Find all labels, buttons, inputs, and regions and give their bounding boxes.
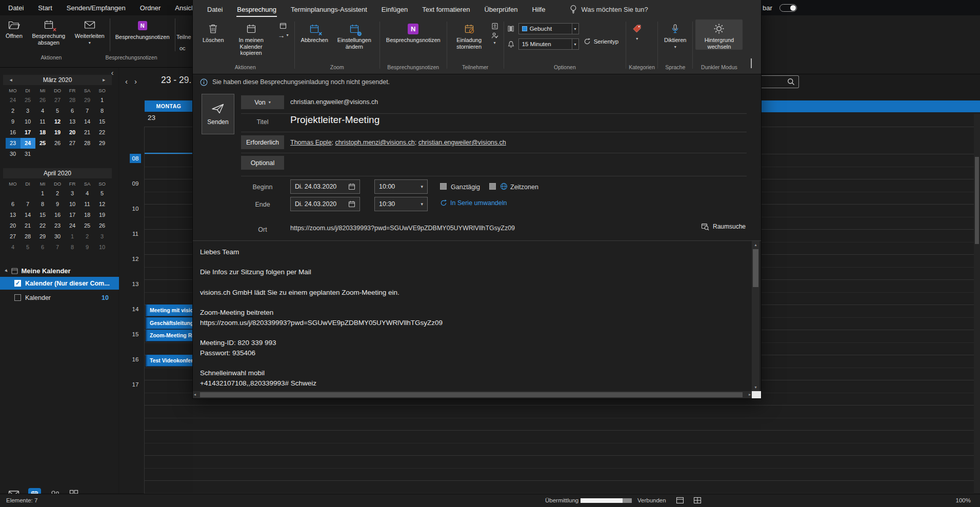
scroll-up-icon[interactable]: ▴ <box>752 242 759 247</box>
mini-cal-day[interactable]: 29 <box>80 95 95 106</box>
time-gutter-hour[interactable]: 13 <box>119 279 145 305</box>
mini-cal-day[interactable]: 4 <box>6 242 21 253</box>
mini-cal-day[interactable]: 22 <box>35 220 50 231</box>
scroll-left-icon[interactable]: ◂ <box>194 392 196 397</box>
mini-cal-day[interactable]: 20 <box>6 220 21 231</box>
mini-cal-day[interactable]: 27 <box>50 95 65 106</box>
mini-cal-day[interactable]: 23 <box>6 138 21 149</box>
start-time-field[interactable]: 10:00 ▾ <box>374 179 428 194</box>
reading-view-icon[interactable] <box>676 496 684 505</box>
time-gutter-hour[interactable]: 10 <box>119 204 145 229</box>
response-options-icon[interactable] <box>491 32 498 39</box>
mini-cal-day[interactable]: 24 <box>65 220 80 231</box>
ganztaegig-checkbox[interactable] <box>440 183 447 190</box>
mini-cal-day[interactable]: 14 <box>80 116 95 127</box>
mini-cal-day[interactable]: 22 <box>95 127 110 138</box>
calendar-list-item[interactable]: Kalender (Nur dieser Com... <box>0 277 119 290</box>
recipient-link[interactable]: christoph.menzi@visions.ch <box>335 139 415 146</box>
time-gutter-hour[interactable]: 14 <box>119 305 145 330</box>
mini-cal-day[interactable]: 16 <box>50 210 65 220</box>
show-as-dropdown[interactable]: Gebucht ▾ <box>518 23 579 34</box>
time-gutter-hour[interactable]: 09 <box>119 179 145 204</box>
mini-cal-day[interactable]: 31 <box>21 149 35 159</box>
mini-cal-day[interactable]: 6 <box>6 199 21 210</box>
mini-cal-day[interactable]: 27 <box>6 231 21 242</box>
mini-cal-day[interactable]: 25 <box>21 95 35 106</box>
background-scrollbar[interactable] <box>974 114 980 494</box>
loeschen-button[interactable]: Löschen <box>199 19 228 44</box>
mini-cal-day[interactable]: 8 <box>35 199 50 210</box>
required-attendees-field[interactable]: Thomas Epple; christoph.menzi@visions.ch… <box>290 139 506 146</box>
besprechung-absagen-button[interactable]: × Besprechung absagen <box>26 15 71 54</box>
mini-cal-day[interactable]: 20 <box>65 127 80 138</box>
mini-cal-day[interactable]: 25 <box>80 220 95 231</box>
reminder-dropdown[interactable]: 15 Minuten ▾ <box>518 38 579 50</box>
from-address[interactable]: christian.engweiler@visions.ch <box>290 98 378 106</box>
mini-cal-day[interactable]: 2 <box>80 231 95 242</box>
main-tab-datei[interactable]: Datei <box>1 0 31 15</box>
mini-cal-day[interactable]: 15 <box>95 116 110 127</box>
mini-cal-day[interactable]: 13 <box>6 210 21 220</box>
main-tab-senden-empfangen[interactable]: Senden/Empfangen <box>59 0 133 15</box>
besprechungsnotizen-button[interactable]: Besprechungsnotizen <box>112 15 173 54</box>
recipient-link[interactable]: Thomas Epple <box>290 139 332 146</box>
calendar-event[interactable]: Zoom-Meeting Ra <box>146 330 193 341</box>
mini-cal-day[interactable]: 5 <box>21 242 35 253</box>
mini-cal-day[interactable]: 3 <box>65 188 80 199</box>
mini-cal-day[interactable]: 29 <box>95 138 110 149</box>
zeitzonen-checkbox[interactable] <box>489 183 496 190</box>
collapse-ribbon-icon[interactable] <box>751 59 752 69</box>
date-picker-icon[interactable] <box>348 183 355 190</box>
mini-cal-day[interactable]: 26 <box>50 138 65 149</box>
meeting-tab-text-formatieren[interactable]: Text formatieren <box>415 0 477 18</box>
mini-cal-day[interactable]: 18 <box>80 210 95 220</box>
time-gutter-hour[interactable]: 08 <box>119 154 145 179</box>
mini-cal-day[interactable]: 1 <box>35 188 50 199</box>
calendar-event[interactable]: Meeting mit visio <box>146 305 193 316</box>
optional-button[interactable]: Optional <box>241 156 284 170</box>
zoom-abbrechen-button[interactable]: × Abbrechen <box>297 19 332 44</box>
calendar-list-item[interactable]: Kalender 10 <box>0 291 119 304</box>
einladung-stornieren-button[interactable]: Einladung stornieren <box>450 19 489 50</box>
calendar-checkbox-checked[interactable] <box>14 280 21 287</box>
calendar-event[interactable]: Test Videokonfer <box>146 355 193 367</box>
mini-cal-day[interactable]: 11 <box>35 116 50 127</box>
date-picker-icon[interactable] <box>348 200 355 208</box>
scrollbar-thumb[interactable] <box>975 157 979 244</box>
serientyp-button[interactable]: Serientyp <box>584 38 619 45</box>
mini-cal-day[interactable]: 7 <box>21 199 35 210</box>
mini-cal-day[interactable]: 27 <box>65 138 80 149</box>
tell-me-box[interactable]: Was möchten Sie tun? <box>570 5 648 14</box>
mini-cal-day[interactable]: 7 <box>50 242 65 253</box>
zeitzonen-label[interactable]: Zeitzonen <box>510 184 538 191</box>
mini-cal-day[interactable]: 21 <box>21 220 35 231</box>
zoom-einstellungen-button[interactable]: ⚙ Einstellungen ändern <box>332 19 377 50</box>
subject-input[interactable]: Projektleiter-Meeting <box>290 114 379 126</box>
mini-cal-day[interactable]: 26 <box>35 95 50 106</box>
meeting-tab-terminplanungs-assistent[interactable]: Terminplanungs-Assistent <box>284 0 374 18</box>
erforderlich-button[interactable]: Erforderlich <box>241 135 284 149</box>
mini-cal-day[interactable]: 8 <box>65 242 80 253</box>
senden-button[interactable]: Senden <box>202 94 234 134</box>
mini-cal-day[interactable]: 30 <box>50 231 65 242</box>
meeting-tab-datei[interactable]: Datei <box>200 0 230 18</box>
mini-cal-day[interactable]: 17 <box>21 127 35 138</box>
in-kalender-kopieren-button[interactable]: In meinen Kalender kopieren <box>228 19 275 56</box>
mini-cal-day[interactable]: 10 <box>65 199 80 210</box>
mini-cal-day[interactable]: 21 <box>80 127 95 138</box>
prev-month-icon[interactable]: ◄ <box>3 77 18 83</box>
mini-cal-day[interactable]: 3 <box>21 106 35 116</box>
mini-cal-day[interactable]: 26 <box>95 220 110 231</box>
mini-cal-day[interactable]: 28 <box>65 95 80 106</box>
mini-cal-day[interactable]: 9 <box>80 242 95 253</box>
calendar-checkbox-unchecked[interactable] <box>14 294 21 301</box>
chevron-down-icon[interactable]: ▾ <box>421 201 423 207</box>
time-gutter-hour[interactable]: 12 <box>119 254 145 279</box>
next-month-icon[interactable]: ► <box>96 77 112 83</box>
my-calendars-header[interactable]: ▾ Meine Kalender <box>0 265 119 277</box>
diktieren-button[interactable]: Diktieren ▾ <box>661 19 690 49</box>
scrollbar-thumb[interactable] <box>200 392 743 397</box>
mini-cal-day[interactable]: 24 <box>21 138 35 149</box>
mini-cal-day[interactable]: 6 <box>65 106 80 116</box>
grid-view-icon[interactable] <box>693 496 702 505</box>
